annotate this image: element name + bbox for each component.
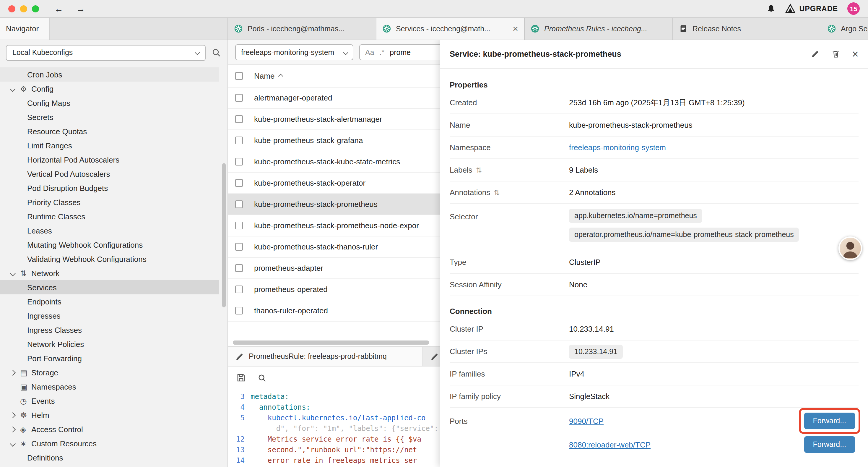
sidebar-item[interactable]: ◷ Events	[0, 394, 219, 408]
sidebar-item[interactable]: Mutating Webhook Configurations	[0, 238, 219, 252]
select-checkbox[interactable]	[235, 307, 243, 315]
table-row[interactable]: thanos-ruler-operated	[228, 300, 440, 322]
forward-button[interactable]: Forward...	[804, 413, 855, 429]
editor-tab[interactable]: Release Notes	[673, 18, 821, 39]
cluster-ip-badge: 10.233.14.91	[569, 344, 623, 358]
expand-icon[interactable]: ⇅	[494, 188, 500, 197]
select-checkbox[interactable]	[235, 264, 243, 272]
sidebar-item[interactable]: Config Maps	[0, 96, 219, 110]
sidebar-item[interactable]: ⚙ Config	[0, 82, 219, 96]
user-avatar[interactable]	[838, 236, 862, 260]
select-checkbox[interactable]	[235, 286, 243, 293]
namespace-link[interactable]: freeleaps-monitoring-system	[569, 143, 666, 152]
editor-toolbar	[228, 367, 440, 389]
edit-pencil-icon[interactable]	[811, 50, 819, 59]
close-window-button[interactable]	[8, 5, 16, 12]
table-row[interactable]: kube-prometheus-stack-operator	[228, 173, 440, 194]
sidebar-item[interactable]: Pod Disruption Budgets	[0, 181, 219, 195]
sidebar-item[interactable]: Ingress Classes	[0, 323, 219, 337]
search-input[interactable]: Aa .* prome	[359, 44, 440, 60]
select-checkbox[interactable]	[235, 158, 243, 166]
back-button[interactable]: ←	[54, 4, 63, 13]
sidebar-item[interactable]: ☸ Helm	[0, 408, 219, 422]
sidebar-item[interactable]: Network Policies	[0, 337, 219, 351]
table-row[interactable]: kube-prometheus-stack-grafana	[228, 130, 440, 151]
sidebar-item[interactable]: ⇅ Network	[0, 266, 219, 280]
editor-tab[interactable]: Prometheus Rules - icecheng...	[525, 18, 673, 39]
match-case-toggle[interactable]: Aa	[365, 48, 374, 56]
editor-search-icon[interactable]	[258, 373, 267, 382]
select-checkbox[interactable]	[235, 200, 243, 208]
sidebar-item[interactable]: ▤ Storage	[0, 365, 219, 380]
save-icon[interactable]	[236, 373, 246, 382]
select-checkbox[interactable]	[235, 115, 243, 123]
forward-button[interactable]: Forward...	[804, 436, 855, 453]
sidebar-item[interactable]: Horizontal Pod Autoscalers	[0, 152, 219, 167]
select-checkbox[interactable]	[235, 94, 243, 102]
port-link[interactable]: 8080:reloader-web/TCP	[569, 440, 651, 449]
editor-tab[interactable]: Argo Se	[821, 18, 868, 39]
name-column-header[interactable]: Name	[254, 71, 282, 80]
sidebar-item[interactable]: Priority Classes	[0, 195, 219, 209]
sidebar-item[interactable]: Secrets	[0, 110, 219, 124]
code-line: d", "for": "1m", "labels": {"service": {	[228, 423, 440, 434]
upgrade-button[interactable]: UPGRADE	[785, 4, 838, 13]
select-checkbox[interactable]	[235, 222, 243, 229]
notification-count-badge[interactable]: 15	[847, 2, 860, 15]
kubernetes-icon	[827, 24, 836, 33]
sidebar-item[interactable]: Services	[0, 280, 219, 294]
kubernetes-icon	[234, 24, 243, 33]
sidebar-item[interactable]: Vertical Pod Autoscalers	[0, 167, 219, 181]
table-row[interactable]: alertmanager-operated	[228, 87, 440, 109]
sidebar-item[interactable]: Port Forwarding	[0, 351, 219, 365]
table-row[interactable]: prometheus-operated	[228, 279, 440, 300]
zoom-window-button[interactable]	[32, 5, 39, 12]
sidebar-item[interactable]: Validating Webhook Configurations	[0, 252, 219, 266]
sidebar-scrollbar[interactable]	[222, 163, 226, 308]
sidebar-item[interactable]: ▣ Namespaces	[0, 380, 219, 394]
sidebar-item[interactable]: Runtime Classes	[0, 209, 219, 224]
horizontal-scrollbar[interactable]	[233, 341, 429, 345]
table-row[interactable]: kube-prometheus-stack-prometheus-node-ex…	[228, 215, 440, 236]
select-all-checkbox[interactable]	[235, 72, 243, 80]
editor-tab[interactable]: Services - icecheng@math...	[376, 18, 525, 39]
sidebar-item[interactable]: Limit Ranges	[0, 138, 219, 152]
port-link[interactable]: 9090/TCP	[569, 416, 603, 425]
sidebar-item[interactable]: ◈ Access Control	[0, 422, 219, 436]
detail-panel-body: Properties Created 253d 16h 6m ago (2025…	[440, 68, 868, 467]
dock-tab-prometheusrule[interactable]: PrometheusRule: freeleaps-prod-rabbitmq	[228, 347, 423, 366]
select-checkbox[interactable]	[235, 179, 243, 187]
sidebar-item[interactable]: ∗ Custom Resources	[0, 436, 219, 450]
chevron-down-icon	[195, 50, 200, 55]
delete-trash-icon[interactable]	[831, 50, 840, 59]
dock-tab-stub[interactable]	[423, 347, 440, 366]
expand-icon[interactable]: ⇅	[476, 166, 482, 174]
select-checkbox[interactable]	[235, 243, 243, 251]
line-number	[228, 423, 251, 434]
minimize-window-button[interactable]	[20, 5, 27, 12]
table-row[interactable]: kube-prometheus-stack-thanos-ruler	[228, 236, 440, 258]
sidebar-item[interactable]: Ingresses	[0, 309, 219, 323]
table-row[interactable]: kube-prometheus-stack-alertmanager	[228, 109, 440, 130]
table-row[interactable]: prometheus-adapter	[228, 258, 440, 279]
forward-button[interactable]: →	[76, 4, 85, 13]
select-checkbox[interactable]	[235, 137, 243, 144]
sidebar-item[interactable]: Resource Quotas	[0, 124, 219, 138]
table-row[interactable]: kube-prometheus-stack-kube-state-metrics	[228, 151, 440, 173]
yaml-editor[interactable]: 3 metadata: 4 annotations: 5 kubectl.kub…	[228, 389, 440, 467]
table-row[interactable]: kube-prometheus-stack-prometheus	[228, 194, 440, 215]
config-icon: ⚙	[20, 84, 31, 93]
navigator-panel-tab[interactable]: Navigator	[0, 18, 50, 39]
tab-close-icon[interactable]	[513, 24, 518, 33]
sidebar-item[interactable]: Cron Jobs	[0, 67, 219, 82]
namespace-filter-select[interactable]: freeleaps-monitoring-system	[235, 44, 353, 60]
sidebar-item[interactable]: Leases	[0, 224, 219, 238]
sidebar-item[interactable]: Definitions	[0, 450, 219, 465]
close-icon[interactable]: ×	[852, 49, 859, 60]
sidebar-item[interactable]: Endpoints	[0, 294, 219, 309]
editor-tab[interactable]: Pods - icecheng@mathmas...	[228, 18, 376, 39]
kubeconfig-select[interactable]: Local Kubeconfigs	[6, 45, 206, 61]
regex-toggle[interactable]: .*	[380, 48, 385, 56]
search-icon[interactable]	[212, 48, 221, 57]
notifications-bell-icon[interactable]	[766, 4, 776, 13]
